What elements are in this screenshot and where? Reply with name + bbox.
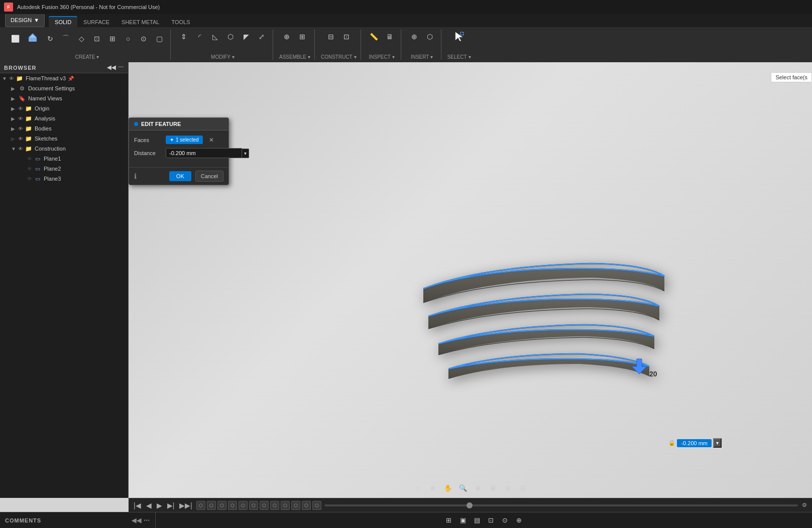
- tree-named-views[interactable]: ▶ 🔖 Named Views: [0, 93, 128, 103]
- cancel-button[interactable]: Cancel: [195, 171, 223, 182]
- box-btn[interactable]: ▢: [152, 32, 166, 46]
- home-view-btn[interactable]: ⌂: [412, 482, 424, 494]
- timeline-last-btn[interactable]: ▶▶|: [178, 500, 193, 510]
- comments-settings-icon[interactable]: ⋯: [144, 517, 150, 524]
- root-eye-icon[interactable]: 👁: [9, 76, 14, 81]
- plane1-eye-icon[interactable]: 👁: [27, 156, 32, 162]
- revolve-btn[interactable]: ↻: [43, 32, 57, 46]
- measure-btn[interactable]: 📏: [367, 30, 381, 44]
- plane3-eye-icon[interactable]: 👁: [27, 176, 32, 182]
- zoom-btn[interactable]: 🔍: [457, 482, 469, 494]
- loft-btn[interactable]: ◇: [74, 32, 88, 46]
- timeline-thumb[interactable]: [467, 502, 473, 508]
- tl-item-1[interactable]: ⬡: [196, 501, 205, 510]
- select-label[interactable]: SELECT ▾: [447, 54, 471, 60]
- display-settings-btn[interactable]: 🖥: [383, 30, 397, 44]
- tree-plane3[interactable]: ▶ 👁 ▭ Plane3: [0, 174, 128, 184]
- rib-btn[interactable]: ⊡: [90, 32, 104, 46]
- distance-input[interactable]: [166, 148, 242, 158]
- inspect-label[interactable]: INSPECT ▾: [369, 54, 395, 60]
- press-pull-btn[interactable]: ⇕: [177, 30, 191, 44]
- tl-item-11[interactable]: ⬡: [302, 501, 311, 510]
- tree-root[interactable]: ▼ 👁 📁 FlameThread v3 📌: [0, 73, 128, 83]
- tab-surface[interactable]: SURFACE: [77, 17, 115, 27]
- tree-document-settings[interactable]: ▶ ⚙ Document Settings: [0, 83, 128, 93]
- status-btn-3[interactable]: ▤: [471, 514, 483, 526]
- rigid-group-btn[interactable]: ⊞: [295, 30, 309, 44]
- timeline-first-btn[interactable]: |◀: [133, 500, 142, 510]
- tree-analysis[interactable]: ▶ 👁 📁 Analysis: [0, 113, 128, 123]
- hole-btn[interactable]: ○: [121, 32, 135, 46]
- construct-label[interactable]: CONSTRUCT ▾: [321, 54, 357, 60]
- timeline-settings-btn[interactable]: ⚙: [801, 501, 808, 509]
- status-btn-6[interactable]: ⊕: [513, 514, 525, 526]
- status-btn-4[interactable]: ⊡: [485, 514, 497, 526]
- tab-sheet-metal[interactable]: SHEET METAL: [115, 17, 165, 27]
- create-label[interactable]: CREATE ▾: [75, 54, 99, 60]
- midplane-btn[interactable]: ⊡: [339, 30, 354, 44]
- status-btn-2[interactable]: ▣: [457, 514, 469, 526]
- root-pin-icon[interactable]: 📌: [68, 76, 74, 81]
- tree-bodies[interactable]: ▶ 👁 📁 Bodies: [0, 123, 128, 134]
- thread-btn[interactable]: ⊙: [137, 32, 151, 46]
- tl-item-10[interactable]: ⬡: [291, 501, 300, 510]
- tl-item-9[interactable]: ⬡: [281, 501, 290, 510]
- tree-origin[interactable]: ▶ 👁 📁 Origin: [0, 103, 128, 113]
- joint-btn2[interactable]: ⊕: [427, 482, 439, 494]
- info-icon[interactable]: ℹ: [134, 172, 137, 180]
- new-component-btn[interactable]: ⬜: [8, 32, 22, 46]
- shell-btn[interactable]: ⬡: [223, 30, 238, 44]
- fillet-btn[interactable]: ◜: [192, 30, 206, 44]
- tl-item-3[interactable]: ⬡: [217, 501, 226, 510]
- timeline-track[interactable]: [324, 504, 798, 506]
- timeline-prev-btn[interactable]: ◀: [145, 500, 153, 510]
- plane2-eye-icon[interactable]: 👁: [27, 166, 32, 172]
- tl-item-5[interactable]: ⬡: [239, 501, 248, 510]
- chamfer-btn[interactable]: ◺: [208, 30, 222, 44]
- tree-construction[interactable]: ▼ 👁 📁 Construction: [0, 144, 128, 154]
- select-btn[interactable]: [452, 30, 466, 44]
- tab-tools[interactable]: TOOLS: [165, 17, 196, 27]
- modify-label[interactable]: MODIFY ▾: [211, 54, 235, 60]
- assemble-label[interactable]: ASSEMBLE ▾: [279, 54, 310, 60]
- status-btn-5[interactable]: ⊙: [499, 514, 511, 526]
- tl-item-6[interactable]: ⬡: [249, 501, 258, 510]
- analysis-eye-icon[interactable]: 👁: [18, 116, 23, 121]
- tree-plane1[interactable]: ▶ 👁 ▭ Plane1: [0, 154, 128, 164]
- browser-expand-icon[interactable]: ◀◀: [107, 64, 116, 71]
- faces-clear-button[interactable]: ✕: [209, 137, 214, 144]
- tab-solid[interactable]: SOLID: [49, 16, 77, 27]
- draft-btn[interactable]: ◤: [239, 30, 253, 44]
- comments-expand-icon[interactable]: ◀◀: [132, 517, 142, 524]
- timeline-next-btn[interactable]: ▶|: [166, 500, 176, 510]
- origin-eye-icon[interactable]: 👁: [18, 106, 23, 111]
- faces-select-button[interactable]: ✦ 1 selected: [166, 136, 203, 144]
- tree-plane2[interactable]: ▶ 👁 ▭ Plane2: [0, 164, 128, 174]
- timeline-play-btn[interactable]: ▶: [156, 500, 163, 510]
- zoom-fit-btn[interactable]: ⊕: [472, 482, 484, 494]
- status-btn-1[interactable]: ⊞: [443, 514, 455, 526]
- pan-btn[interactable]: ✋: [442, 482, 454, 494]
- distance-value-box[interactable]: -0.200 mm: [677, 439, 712, 447]
- web-btn[interactable]: ⊞: [105, 32, 120, 46]
- design-button[interactable]: DESIGN ▼: [5, 13, 45, 27]
- more-btn[interactable]: ⊟: [517, 482, 529, 494]
- distance-expand-button[interactable]: ▾: [713, 438, 722, 448]
- construction-eye-icon[interactable]: 👁: [18, 146, 23, 152]
- joint-btn[interactable]: ⊕: [280, 30, 294, 44]
- bodies-eye-icon[interactable]: 👁: [18, 126, 23, 131]
- insert-label[interactable]: INSERT ▾: [411, 54, 433, 60]
- sketches-eye-icon[interactable]: 👁: [18, 136, 23, 142]
- browser-settings-icon[interactable]: ⋯: [118, 64, 124, 71]
- distance-dropdown-button[interactable]: ▾: [242, 149, 249, 158]
- extrude-btn[interactable]: [24, 30, 42, 48]
- offset-plane-btn[interactable]: ⊟: [324, 30, 338, 44]
- scale-btn[interactable]: ⤢: [255, 30, 269, 44]
- tl-item-8[interactable]: ⬡: [270, 501, 279, 510]
- tl-item-12[interactable]: ⬡: [312, 501, 321, 510]
- display-mode-btn[interactable]: 🖥: [487, 482, 499, 494]
- tl-item-2[interactable]: ⬡: [207, 501, 216, 510]
- viewport[interactable]: Select face(s EDIT FEATURE Faces ✦ 1 sel…: [129, 62, 812, 498]
- insert-mesh-btn[interactable]: ⬡: [423, 30, 437, 44]
- tree-sketches[interactable]: ▶ 👁 📁 Sketches: [0, 134, 128, 144]
